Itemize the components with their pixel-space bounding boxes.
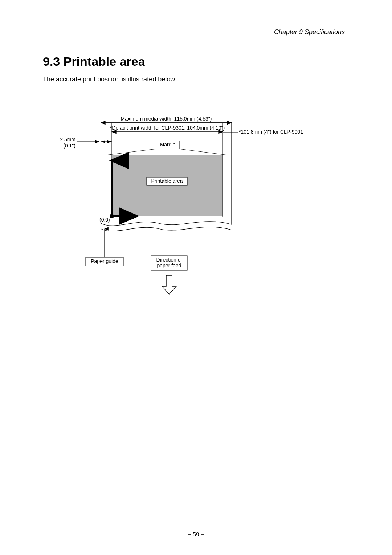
page-header: Chapter 9 Specifications <box>274 28 345 36</box>
printable-area-rect <box>112 155 223 216</box>
left-margin-line1: 2.5mm <box>60 137 75 142</box>
media-bottom-wave <box>101 227 232 231</box>
direction-line1: Direction of <box>156 257 182 263</box>
margin-label: Margin <box>160 142 176 147</box>
diagram-svg: Maximum media width: 115.0mm (4.53") *De… <box>43 113 349 316</box>
intro-text: The accurate print position is illustrat… <box>43 76 176 83</box>
feed-direction-arrow-icon <box>162 275 176 294</box>
left-margin-line2: (0.1") <box>63 143 75 149</box>
default-print-width-label: *Default print width for CLP-9301: 104.0… <box>110 125 225 131</box>
section-title: 9.3 Printable area <box>43 54 145 69</box>
origin-label: (0,0) <box>99 217 110 223</box>
max-media-width-label: Maximum media width: 115.0mm (4.53") <box>121 116 212 122</box>
direction-line2: paper feed <box>157 263 181 268</box>
printable-area-diagram: Maximum media width: 115.0mm (4.53") *De… <box>43 113 349 316</box>
page-number: − 59 − <box>0 531 392 538</box>
note-9001: *101.8mm (4") for CLP-9001 <box>239 129 303 135</box>
paper-guide-label: Paper guide <box>91 258 118 264</box>
printable-area-label: Printable area <box>151 178 183 184</box>
